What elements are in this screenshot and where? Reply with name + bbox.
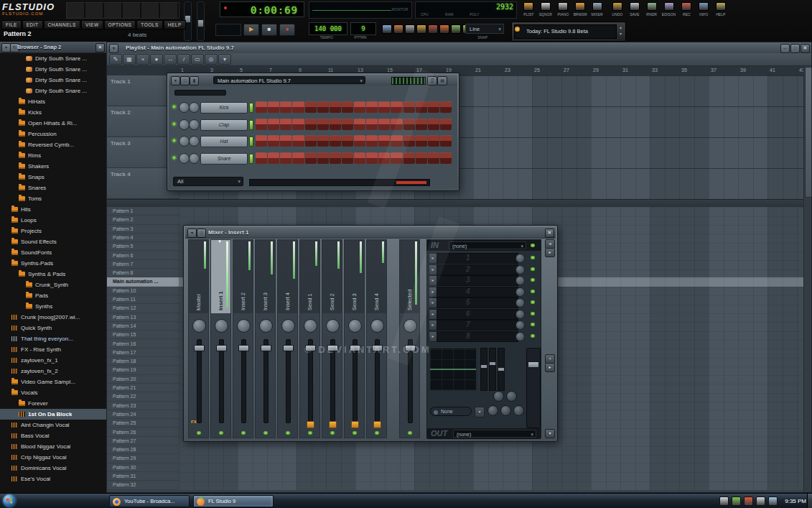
step-cell[interactable] [292,101,304,113]
channel-rack-step-button[interactable]: ▮ [190,76,199,86]
output-target-dropdown[interactable]: (none) ▾ [453,430,536,438]
step-cell[interactable] [256,152,267,164]
playlist-maximize-icon[interactable]: □ [790,44,800,53]
rail-next-icon[interactable]: ▸ [545,248,555,257]
browser-item[interactable]: Rims [0,150,106,161]
channel-select-led[interactable] [249,154,253,164]
fx-slot-mix-knob[interactable] [515,332,525,341]
pattern-row[interactable]: Pattern 23 [107,402,179,410]
browser-item[interactable]: zaytoven_fx_1 [0,355,106,366]
send-knob-1[interactable] [493,391,504,402]
browser-item[interactable]: Pads [0,290,106,301]
fx-slot-enable-led[interactable] [531,323,535,326]
mixer-detach-button[interactable]: □ [197,228,206,238]
channel-select-led[interactable] [249,137,253,147]
strip-pan-knob[interactable] [192,319,206,333]
browser-item[interactable]: Blood Niggaz Vocal [0,441,106,452]
step-cell[interactable] [403,152,415,164]
preset-browse-button[interactable]: ▾ [475,407,485,417]
pattern-row[interactable]: Pattern 26 [107,428,179,437]
shortcut-help-button[interactable]: HELP [712,1,729,17]
mixer-strip[interactable]: Insert 1▼ [210,239,231,438]
pattern-row[interactable]: Pattern 14 [107,322,179,331]
browser-item[interactable]: Vocals [0,387,106,398]
strip-fader-handle[interactable] [372,345,383,351]
step-cell[interactable] [280,119,291,130]
mixer-strip[interactable]: Insert 3 [255,239,276,438]
fx-slot-body[interactable]: 8 [437,331,518,342]
step-cell[interactable] [440,135,452,147]
pattern-row[interactable]: Pattern 11 [107,295,179,304]
main-pitch-knob[interactable] [197,19,204,27]
step-cell[interactable] [403,135,415,147]
channel-scroll-thumb[interactable] [396,181,426,184]
mixer-titlebar[interactable]: ▾ □ Mixer - Insert 1 ✕ [185,227,556,239]
browser-item[interactable]: Crip Niggaz Vocal [0,452,106,463]
eq-band-slider-1[interactable] [480,348,487,391]
song-pattern-led-panel[interactable] [215,24,241,36]
browser-item[interactable]: Synths & Pads [0,269,106,280]
mixer-strip[interactable]: MasterFX [188,239,209,438]
playlist-minimize-icon[interactable]: ─ [780,44,790,53]
browser-item[interactable]: SoundFonts [0,247,106,258]
pattern-name-selector[interactable]: Main automation FL Studio 9.7 ▾ [213,76,365,84]
pencil-tool-icon[interactable]: ✎ [109,54,122,65]
channel-pan-knob[interactable] [179,153,190,164]
browser-item[interactable]: Projects [0,226,106,236]
channel-volume-knob[interactable] [189,153,200,164]
step-cell[interactable] [416,135,427,147]
step-cell[interactable] [268,135,279,147]
strip-fader-handle[interactable] [327,345,338,351]
step-cell[interactable] [342,119,353,130]
shortcut-sqncr-button[interactable]: SQNCR [537,1,554,17]
update-tray-icon[interactable] [732,497,741,506]
keyboard-editor-icon[interactable]: ▤ [437,76,447,86]
browser-item[interactable]: Open Hihats & Ri... [0,118,106,129]
pattern-row[interactable]: Pattern 32 [107,481,179,489]
strip-fader-track[interactable] [263,339,269,423]
strip-enable-led[interactable] [353,431,357,435]
browser-item[interactable]: Synths [0,301,106,312]
pattern-row[interactable]: Pattern 30 [107,463,179,472]
strip-fader-track[interactable] [408,339,413,423]
delete-tool-icon[interactable]: × [136,54,149,65]
fx-slot-enable-led[interactable] [531,256,535,259]
rail-dock-icon[interactable]: ▸ [545,363,555,372]
fx-slot-enable-led[interactable] [531,300,535,304]
slice-tool-icon[interactable]: / [177,54,190,65]
eq-band-handle[interactable] [498,367,505,371]
browser-titlebar[interactable]: ▾ ↻ Browser - Snap 2 ✕ [0,42,106,53]
step-cell[interactable] [428,101,439,113]
step-cell[interactable] [268,152,279,164]
pan-knob[interactable] [500,405,511,416]
browser-item[interactable]: HiHats [0,96,106,107]
network-tray-icon[interactable] [768,497,778,506]
strip-arm-button[interactable] [351,421,359,428]
step-cell[interactable] [305,152,317,164]
step-edit-icon[interactable] [439,24,449,34]
menu-file[interactable]: FILE [1,20,22,29]
channel-name-button[interactable]: Clap [200,119,248,131]
strip-fader-handle[interactable] [305,345,316,351]
shortcut-info-button[interactable]: INFO [695,1,712,17]
mixer-strip[interactable]: Insert 4 [277,239,298,438]
pattern-row[interactable]: Pattern 25 [107,419,179,428]
fx-slot-mix-knob[interactable] [515,320,525,330]
record-button[interactable]: ● [279,24,295,36]
playlist-close-icon[interactable]: ✕ [801,44,810,53]
strip-enable-led[interactable] [286,431,290,435]
browser-item[interactable]: Shakers [0,161,106,172]
task-button[interactable]: FL Studio 9 [193,495,274,507]
step-cell[interactable] [317,152,329,164]
step-cell[interactable] [268,119,279,130]
eq-graph[interactable] [429,348,477,391]
channel-pan-knob[interactable] [179,102,190,113]
channel-rack-detach-button[interactable]: □ [180,76,190,86]
channel-volume-knob[interactable] [189,136,200,147]
mute-tool-icon[interactable]: ● [150,54,163,65]
browser-item[interactable]: Synths-Pads [0,258,106,269]
fx-slot-body[interactable]: 7 [437,320,518,331]
shortcut-plist-button[interactable]: PLIST [520,1,537,17]
strip-enable-led[interactable] [219,431,223,435]
pattern-row[interactable]: Pattern 31 [107,472,179,481]
